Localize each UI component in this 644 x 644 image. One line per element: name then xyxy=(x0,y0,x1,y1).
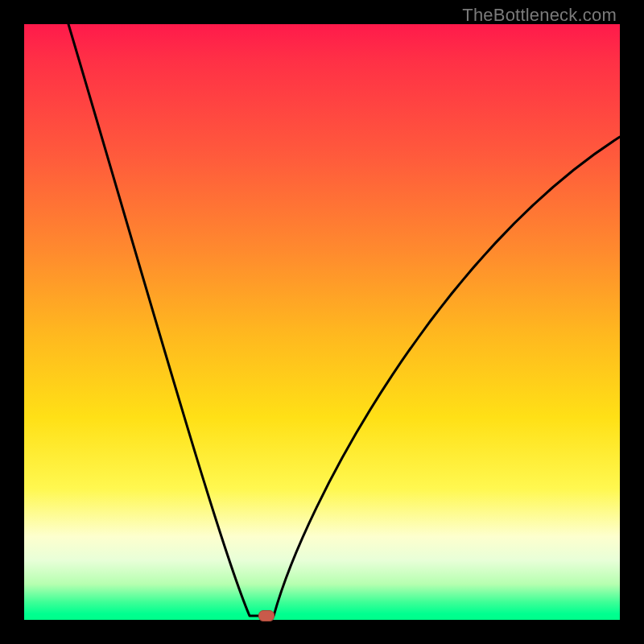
optimum-marker xyxy=(258,610,275,621)
chart-frame: TheBottleneck.com xyxy=(0,0,644,644)
watermark-text: TheBottleneck.com xyxy=(462,5,617,26)
bottleneck-curve-path xyxy=(68,24,620,616)
curve-svg xyxy=(24,24,620,620)
plot-area xyxy=(24,24,620,620)
